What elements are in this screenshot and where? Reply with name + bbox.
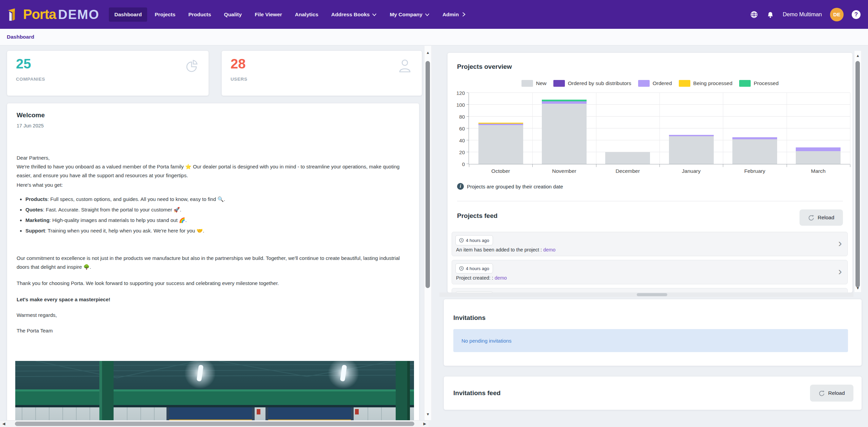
projects-feed-reload-button[interactable]: Reload — [800, 209, 843, 226]
projects-overview-card: Projects overview NewOrdered by sub dist… — [447, 53, 853, 293]
x-tick — [787, 164, 787, 167]
chart-note-text: Projects are grouped by their creation d… — [467, 184, 563, 189]
reload-label: Reload — [828, 390, 845, 396]
project-link[interactable]: demo — [543, 247, 555, 252]
nav-item-my-company[interactable]: My Company — [384, 7, 435, 22]
nav-item-quality[interactable]: Quality — [219, 7, 248, 22]
nav-item-admin[interactable]: Admin — [437, 7, 472, 22]
scroll-up-arrow[interactable]: ▲ — [854, 54, 861, 58]
roller-door — [166, 407, 255, 420]
user-menu[interactable]: Demo Multiman — [783, 11, 822, 18]
legend-swatch — [521, 80, 533, 87]
nav-item-dashboard[interactable]: Dashboard — [109, 7, 147, 22]
roller-door — [265, 407, 354, 420]
no-invitations-alert: No pending invitations — [453, 329, 848, 352]
breadcrumb-bar: Dashboard — [0, 29, 868, 45]
nav-item-projects[interactable]: Projects — [149, 7, 181, 22]
invitations-feed-reload-button[interactable]: Reload — [810, 385, 853, 402]
bar-chart-plot: 020406080100120OctoberNovemberDecemberJa… — [469, 93, 850, 164]
chart-legend: NewOrdered by sub distributorsOrderedBei… — [448, 80, 852, 87]
invitations-feed-title: Invitations feed — [453, 389, 500, 397]
right-scrollbar-thumb[interactable] — [855, 61, 860, 287]
nav-item-label: Dashboard — [114, 12, 142, 18]
feed-item[interactable]: 4 hours ago› — [452, 288, 848, 293]
legend-swatch — [553, 80, 565, 87]
bar-segment-new — [542, 104, 587, 164]
category-separator — [596, 93, 596, 164]
welcome-commitment: Our commitment to excellence is not just… — [17, 254, 407, 271]
right-vertical-scrollbar[interactable]: ▲ ▼ — [854, 51, 862, 292]
globe-icon[interactable] — [750, 11, 758, 19]
right-horizontal-scrollbar[interactable] — [439, 292, 853, 297]
legend-label: New — [536, 80, 547, 86]
nav-item-label: File Viewer — [255, 12, 282, 18]
welcome-title: Welcome — [17, 111, 45, 119]
plot-right-border — [850, 93, 850, 164]
stat-card-companies: 25COMPANIES — [7, 50, 209, 96]
y-tick-label: 0 — [450, 161, 465, 167]
x-axis-label: February — [723, 168, 786, 174]
nav-item-file-viewer[interactable]: File Viewer — [249, 7, 288, 22]
legend-item-new[interactable]: New — [521, 80, 547, 87]
no-invitations-text: No pending invitations — [461, 338, 512, 344]
bell-icon[interactable] — [766, 11, 774, 19]
left-vertical-scrollbar[interactable]: ▲ ▼ — [424, 46, 432, 420]
legend-label: Processed — [754, 80, 778, 86]
nav-item-products[interactable]: Products — [183, 7, 216, 22]
feed-item[interactable]: 4 hours agoProject created: : demo› — [452, 260, 848, 284]
feed-message: An item has been added to the project : … — [456, 247, 555, 252]
divider — [457, 201, 843, 201]
legend-item-ordered-by-sub-distributors[interactable]: Ordered by sub distributors — [553, 80, 631, 87]
legend-swatch — [739, 80, 751, 87]
scroll-down-arrow[interactable]: ▼ — [854, 286, 861, 290]
avatar[interactable]: DE — [830, 8, 844, 21]
scroll-left-arrow[interactable]: ◀ — [2, 422, 5, 426]
bar-january — [669, 135, 714, 164]
welcome-bullet: Quotes: Fast. Accurate. Straight from th… — [25, 205, 225, 214]
welcome-thanks: Thank you for choosing Porta. We look fo… — [17, 279, 407, 288]
left-hscrollbar-thumb[interactable] — [15, 422, 414, 426]
bullet-term: Support — [25, 228, 45, 233]
chevron-down-icon — [372, 12, 377, 17]
bar-march — [796, 147, 841, 164]
legend-item-ordered[interactable]: Ordered — [638, 80, 672, 87]
project-link[interactable]: demo — [495, 275, 507, 281]
legend-item-being-processed[interactable]: Being processed — [679, 80, 732, 87]
nav-item-address-books[interactable]: Address Books — [326, 7, 382, 22]
x-axis-label: November — [532, 168, 596, 174]
bullet-text: : Training when you need it, help when y… — [45, 228, 204, 233]
x-tick — [469, 164, 469, 167]
right-hscrollbar-thumb[interactable] — [637, 293, 667, 296]
nav-item-label: Products — [188, 12, 211, 18]
help-icon[interactable]: ? — [852, 10, 861, 19]
nav-item-analytics[interactable]: Analytics — [290, 7, 324, 22]
bar-segment-new — [478, 125, 523, 164]
category-separator — [659, 93, 660, 164]
clock-icon — [459, 238, 464, 243]
feed-item[interactable]: 4 hours agoAn item has been added to the… — [452, 232, 848, 256]
scroll-right-arrow[interactable]: ▶ — [423, 422, 426, 426]
chevron-right-icon[interactable]: › — [838, 238, 842, 248]
left-scrollbar-thumb[interactable] — [426, 61, 430, 288]
y-tick-label: 20 — [450, 149, 465, 155]
breadcrumb[interactable]: Dashboard — [7, 34, 34, 40]
bar-segment-new — [669, 136, 714, 164]
legend-item-processed[interactable]: Processed — [739, 80, 778, 87]
welcome-tagline: Let's make every space a masterpiece! — [17, 295, 407, 304]
scroll-down-arrow[interactable]: ▼ — [425, 412, 431, 416]
x-axis-label: October — [469, 168, 532, 174]
feed-time: 4 hours ago — [466, 266, 489, 271]
legend-label: Ordered — [653, 80, 672, 86]
chevron-right-icon — [461, 12, 466, 17]
y-tick-label: 120 — [450, 90, 465, 96]
scroll-up-arrow[interactable]: ▲ — [425, 50, 431, 55]
time-pill: 4 hours ago — [455, 263, 493, 273]
stat-value: 25 — [16, 56, 31, 72]
x-tick — [659, 164, 660, 167]
bar-segment-new — [732, 139, 777, 164]
app-logo[interactable]: Porta DEMO — [7, 7, 99, 22]
chevron-right-icon[interactable]: › — [838, 266, 842, 277]
main-nav: DashboardProjectsProductsQualityFile Vie… — [109, 7, 472, 22]
legend-swatch — [679, 80, 690, 87]
left-horizontal-scrollbar[interactable]: ◀ ▶ — [0, 420, 429, 427]
